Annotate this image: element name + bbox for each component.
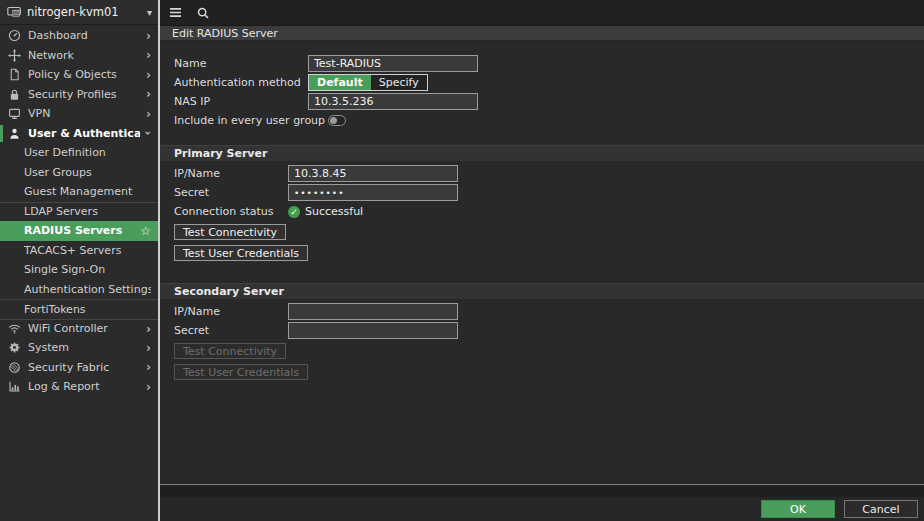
sidebar-item-label: FortiTokens xyxy=(24,303,151,316)
monitor-icon xyxy=(7,107,22,120)
sidebar-item-authentication-settings[interactable]: Authentication Settings xyxy=(0,280,158,300)
favorite-star-icon[interactable]: ☆ xyxy=(140,225,151,237)
sidebar-item-policy-objects[interactable]: Policy & Objects› xyxy=(0,65,158,85)
sidebar-item-label: Single Sign-On xyxy=(24,263,151,276)
connection-status-value: Successful xyxy=(305,205,363,218)
primary-test-credentials-button[interactable]: Test User Credentials xyxy=(174,245,308,261)
sidebar-item-fortitokens[interactable]: FortiTokens xyxy=(0,299,158,319)
sidebar-item-user-groups[interactable]: User Groups xyxy=(0,163,158,183)
sidebar-item-radius-servers[interactable]: RADIUS Servers☆ xyxy=(0,221,158,241)
page-title-bar: Edit RADIUS Server xyxy=(160,25,924,41)
sidebar-item-label: Security Fabric xyxy=(28,361,140,374)
sidebar-item-label: Policy & Objects xyxy=(28,68,140,81)
lock-icon xyxy=(7,88,22,101)
chevron-right-icon: › xyxy=(146,108,151,120)
cancel-button[interactable]: Cancel xyxy=(844,500,918,518)
chevron-right-icon: › xyxy=(146,88,151,100)
globe-hatched-icon xyxy=(7,361,22,374)
ok-button[interactable]: OK xyxy=(761,500,835,518)
nas-ip-input[interactable] xyxy=(308,93,478,110)
secondary-secret-input[interactable] xyxy=(288,322,458,339)
nas-ip-row: NAS IP xyxy=(174,93,924,110)
secondary-ip-input[interactable] xyxy=(288,303,458,320)
sidebar-item-label: VPN xyxy=(28,107,140,120)
chevron-down-icon: › xyxy=(143,131,155,136)
chevron-right-icon: › xyxy=(146,30,151,42)
auth-method-segmented-control: Default Specify xyxy=(308,74,428,91)
content-footer-gap xyxy=(160,486,924,497)
sidebar-item-label: System xyxy=(28,341,140,354)
sidebar-item-user-definition[interactable]: User Definition xyxy=(0,143,158,163)
primary-test-connectivity-button[interactable]: Test Connectivity xyxy=(174,224,286,240)
sidebar-item-wifi-controller[interactable]: WiFi Controller› xyxy=(0,319,158,339)
primary-server-title: Primary Server xyxy=(174,147,267,160)
sidebar-item-security-profiles[interactable]: Security Profiles› xyxy=(0,85,158,105)
sidebar-item-tacacs-servers[interactable]: TACACS+ Servers xyxy=(0,241,158,261)
secondary-ip-row: IP/Name xyxy=(174,303,924,320)
sidebar-nav: Dashboard›Network›Policy & Objects›Secur… xyxy=(0,25,158,397)
gauge-icon xyxy=(7,29,22,42)
include-group-label: Include in every user group xyxy=(174,114,325,127)
sidebar-divider-line xyxy=(158,0,160,521)
auth-method-option-specify[interactable]: Specify xyxy=(371,75,427,90)
connection-status-row: Connection status ✓ Successful xyxy=(174,203,924,220)
name-input[interactable] xyxy=(308,55,478,72)
chevron-right-icon: › xyxy=(146,49,151,61)
chevron-right-icon: › xyxy=(146,342,151,354)
secondary-server-title: Secondary Server xyxy=(174,285,284,298)
secondary-server-section-header: Secondary Server xyxy=(160,283,924,299)
appliance-logo-icon xyxy=(7,6,22,18)
move-arrows-icon xyxy=(7,49,22,62)
chevron-right-icon: › xyxy=(146,323,151,335)
secondary-ip-label: IP/Name xyxy=(174,305,288,318)
sidebar-item-label: TACACS+ Servers xyxy=(24,244,151,257)
auth-method-option-default[interactable]: Default xyxy=(309,75,371,90)
connection-status-label: Connection status xyxy=(174,205,288,218)
nas-ip-label: NAS IP xyxy=(174,95,308,108)
include-group-toggle[interactable] xyxy=(328,115,346,126)
hostname-label: nitrogen-kvm01 xyxy=(27,5,142,19)
sidebar-item-label: Log & Report xyxy=(28,380,140,393)
sidebar-item-label: Dashboard xyxy=(28,29,140,42)
sidebar-item-system[interactable]: System› xyxy=(0,338,158,358)
sidebar-item-ldap-servers[interactable]: LDAP Servers xyxy=(0,202,158,222)
primary-secret-input[interactable] xyxy=(288,184,458,201)
sidebar-item-label: WiFi Controller xyxy=(28,322,140,335)
success-check-icon: ✓ xyxy=(288,206,300,218)
sidebar-item-user-authentication[interactable]: User & Authentication› xyxy=(0,124,158,144)
primary-server-section-header: Primary Server xyxy=(160,145,924,161)
form-content: Name Authentication method Default Speci… xyxy=(160,41,924,485)
footer-bar: OK Cancel xyxy=(160,497,924,521)
sidebar-item-guest-management[interactable]: Guest Management xyxy=(0,182,158,202)
include-group-row: Include in every user group xyxy=(174,112,924,129)
document-icon xyxy=(7,68,22,81)
secondary-test-credentials-button: Test User Credentials xyxy=(174,364,308,380)
search-icon[interactable] xyxy=(197,7,209,19)
name-label: Name xyxy=(174,57,308,70)
primary-ip-label: IP/Name xyxy=(174,167,288,180)
sidebar-item-vpn[interactable]: VPN› xyxy=(0,104,158,124)
primary-secret-row: Secret xyxy=(174,184,924,201)
sidebar-item-dashboard[interactable]: Dashboard› xyxy=(0,26,158,46)
secondary-secret-label: Secret xyxy=(174,324,288,337)
sidebar-item-log-report[interactable]: Log & Report› xyxy=(0,377,158,397)
sidebar: nitrogen-kvm01 ▾ Dashboard›Network›Polic… xyxy=(0,0,158,521)
hostname-selector[interactable]: nitrogen-kvm01 ▾ xyxy=(0,0,158,25)
wifi-icon xyxy=(7,322,22,335)
chevron-right-icon: › xyxy=(146,381,151,393)
main-panel: Edit RADIUS Server Name Authentication m… xyxy=(160,0,924,521)
user-icon xyxy=(7,127,22,140)
sidebar-item-label: RADIUS Servers xyxy=(24,224,134,237)
sidebar-item-network[interactable]: Network› xyxy=(0,46,158,66)
secondary-test-connectivity-button: Test Connectivity xyxy=(174,343,286,359)
secondary-secret-row: Secret xyxy=(174,322,924,339)
auth-method-row: Authentication method Default Specify xyxy=(174,74,924,91)
hamburger-menu-icon[interactable] xyxy=(169,7,182,18)
sidebar-item-security-fabric[interactable]: Security Fabric› xyxy=(0,358,158,378)
fortigate-window: nitrogen-kvm01 ▾ Dashboard›Network›Polic… xyxy=(0,0,924,521)
primary-ip-input[interactable] xyxy=(288,165,458,182)
sidebar-item-single-sign-on[interactable]: Single Sign-On xyxy=(0,260,158,280)
page-title: Edit RADIUS Server xyxy=(172,27,278,40)
sidebar-item-label: User Groups xyxy=(24,166,151,179)
gear-icon xyxy=(7,341,22,354)
